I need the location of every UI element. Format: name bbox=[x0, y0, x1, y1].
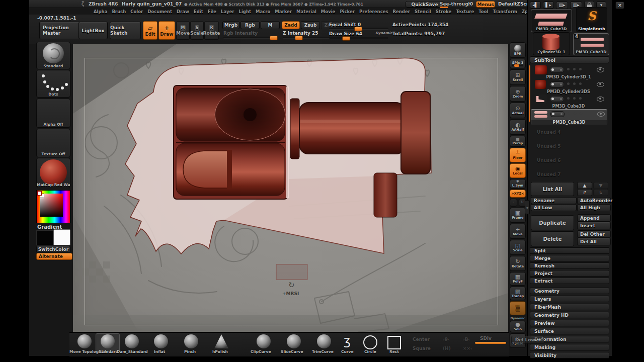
quicksave-button[interactable]: QuickSave bbox=[405, 1, 444, 8]
current-texture-tile[interactable]: Texture Off bbox=[36, 129, 70, 157]
section-remesh[interactable]: Remesh bbox=[530, 262, 609, 269]
sculpt-canvas[interactable]: ↻ +MRSI bbox=[73, 44, 508, 332]
menu-material[interactable]: Material bbox=[296, 9, 316, 14]
zsub-button[interactable]: Zsub bbox=[301, 21, 320, 29]
subtool-moveup-arrow-icon[interactable]: ↱ bbox=[577, 189, 592, 196]
menu-color[interactable]: Color bbox=[130, 9, 143, 14]
subtool-row-3[interactable]: PM3D_Cube3D bbox=[531, 95, 606, 108]
eye-icon[interactable] bbox=[597, 67, 604, 72]
local-button[interactable]: ◉Local bbox=[510, 163, 526, 178]
scale-nav-button[interactable]: ◱Scale bbox=[510, 240, 526, 255]
mrgb-button[interactable]: Mrgb bbox=[222, 21, 239, 29]
subtool-toggle-2[interactable] bbox=[550, 81, 564, 87]
menu-stencil[interactable]: Stencil bbox=[415, 9, 431, 14]
subtool-row-2[interactable]: PM3D_Cylinder3DS bbox=[531, 80, 606, 94]
insert-button[interactable]: Insert bbox=[577, 222, 611, 229]
subtool-toggle-1[interactable] bbox=[550, 67, 564, 73]
dynamic-label[interactable]: Dynamic bbox=[375, 32, 392, 35]
persp-button[interactable]: ▦Persp bbox=[510, 136, 526, 146]
menu-brush[interactable]: Brush bbox=[112, 9, 126, 14]
menu-render[interactable]: Render bbox=[393, 9, 410, 14]
stroke-circle-icon[interactable] bbox=[363, 335, 377, 349]
all-low-button[interactable]: All Low bbox=[531, 204, 577, 211]
move-nav-button[interactable]: +Move bbox=[510, 224, 526, 239]
zadd-button[interactable]: Zadd bbox=[282, 21, 300, 29]
color-picker[interactable] bbox=[36, 190, 70, 223]
current-stroke-tile[interactable]: Dots bbox=[36, 70, 70, 98]
rgb-button[interactable]: Rgb bbox=[240, 21, 260, 29]
menu-stroke[interactable]: Stroke bbox=[436, 9, 451, 14]
menus-toggle[interactable]: Menus bbox=[476, 1, 495, 8]
menu-file[interactable]: File bbox=[208, 9, 216, 14]
section-preview[interactable]: Preview bbox=[530, 320, 609, 326]
bpr-render-button[interactable]: BPR bbox=[510, 42, 526, 58]
close-icon[interactable]: × bbox=[615, 2, 624, 9]
floor-button[interactable]: ┴Floor bbox=[510, 148, 526, 162]
copy-tool-icon[interactable]: ▤▸ bbox=[556, 2, 568, 9]
draw-mode-button[interactable]: + Draw bbox=[158, 21, 175, 40]
cube3d-tool[interactable]: 4 PM3D_Cube3D bbox=[573, 33, 609, 55]
section-geometry[interactable]: Geometry bbox=[530, 288, 609, 294]
brush-pinch[interactable] bbox=[184, 334, 198, 348]
alternate-button[interactable]: Alternate bbox=[36, 253, 72, 260]
subtool-toggle-3[interactable] bbox=[550, 96, 564, 102]
subtool-row-4-selected[interactable]: PM3D_Cube3D bbox=[531, 109, 607, 125]
see-through-slider[interactable]: See-through bbox=[440, 2, 471, 7]
current-alpha-tile[interactable]: Alpha Off bbox=[36, 99, 70, 128]
draw-size-track[interactable] bbox=[329, 37, 388, 39]
focal-shift-track[interactable] bbox=[329, 28, 388, 29]
subtool-toggle-4[interactable] bbox=[550, 111, 565, 117]
m-button[interactable]: M bbox=[261, 21, 280, 29]
menu-transform[interactable]: Transform bbox=[493, 9, 517, 14]
quick-sketch-button[interactable]: Quick Sketch bbox=[110, 22, 141, 39]
polyframe-button[interactable]: ▦PolyF bbox=[510, 272, 526, 286]
solo-button[interactable]: ●Solo bbox=[510, 321, 526, 332]
frame-button[interactable]: ▣Frame bbox=[510, 208, 526, 223]
brush-hpolish[interactable] bbox=[214, 334, 228, 348]
sym-x-icon[interactable]: ◦ bbox=[510, 199, 517, 207]
stroke-rect-icon[interactable] bbox=[387, 336, 401, 349]
draw-size-slider[interactable]: Draw Size 64 bbox=[329, 31, 362, 36]
tray-prev-icon[interactable]: ◂▌ bbox=[530, 2, 541, 9]
aahalf-button[interactable]: ◐AAHalf bbox=[510, 119, 526, 135]
subtool-header[interactable]: SubTool bbox=[530, 56, 609, 63]
del-lower-button[interactable]: Del Lower bbox=[511, 336, 544, 344]
actual-button[interactable]: ⊙Actual bbox=[510, 103, 526, 118]
cylinder3d-tool[interactable]: Cylinder3D_1 bbox=[533, 32, 570, 55]
append-button[interactable]: Append bbox=[577, 214, 611, 222]
eye-icon[interactable] bbox=[597, 82, 604, 87]
subtool-row-1[interactable]: PM3D_Cylinder3D_1 bbox=[531, 65, 606, 79]
section-visibility[interactable]: Visibility bbox=[530, 352, 609, 358]
section-fibermesh[interactable]: FiberMesh bbox=[530, 304, 609, 310]
menu-document[interactable]: Document bbox=[147, 9, 172, 14]
lightbox-button[interactable]: LightBox bbox=[78, 22, 108, 39]
brush-slicecurve[interactable] bbox=[287, 334, 301, 348]
all-high-button[interactable]: All High bbox=[577, 204, 611, 211]
subtool-movedown-arrow-icon[interactable]: ↳ bbox=[593, 189, 608, 196]
move-mode-button[interactable]: M Move bbox=[176, 21, 190, 40]
simplebrush-tool[interactable]: S SimpleBrush bbox=[576, 7, 607, 32]
rgb-intensity-slider[interactable]: Rgb Intensity bbox=[223, 31, 258, 36]
rgb-intensity-track[interactable] bbox=[223, 37, 278, 38]
menu-alpha[interactable]: Alpha bbox=[94, 9, 107, 14]
active-tool-thumbnail[interactable]: PM3D_Cube3D bbox=[531, 9, 572, 32]
z-intensity-slider[interactable]: Z Intensity 25 bbox=[283, 31, 318, 36]
menu-marker[interactable]: Marker bbox=[275, 9, 292, 14]
section-extract[interactable]: Extract bbox=[530, 278, 609, 284]
brush-clipcurve[interactable] bbox=[257, 334, 271, 348]
current-material-tile[interactable]: MatCap Red Wax bbox=[36, 158, 70, 188]
rename-button[interactable]: Rename bbox=[531, 197, 577, 204]
duplicate-button[interactable]: Duplicate bbox=[531, 215, 574, 230]
menu-texture[interactable]: Texture bbox=[456, 9, 474, 14]
autoreorder-button[interactable]: AutoReorder bbox=[577, 197, 611, 204]
menu-movie[interactable]: Movie bbox=[321, 9, 336, 14]
secondary-color-swatch[interactable] bbox=[53, 229, 70, 245]
current-brush-tile[interactable]: Standard bbox=[36, 42, 70, 69]
del-other-button[interactable]: Del Other bbox=[577, 230, 611, 238]
brush-standard[interactable] bbox=[101, 334, 115, 348]
menu-preferences[interactable]: Preferences bbox=[359, 9, 388, 14]
list-all-button[interactable]: List All bbox=[531, 182, 574, 196]
menu-edit[interactable]: Edit bbox=[194, 9, 203, 14]
sdiv-track[interactable] bbox=[475, 342, 506, 344]
menu-macro[interactable]: Macro bbox=[256, 9, 270, 14]
